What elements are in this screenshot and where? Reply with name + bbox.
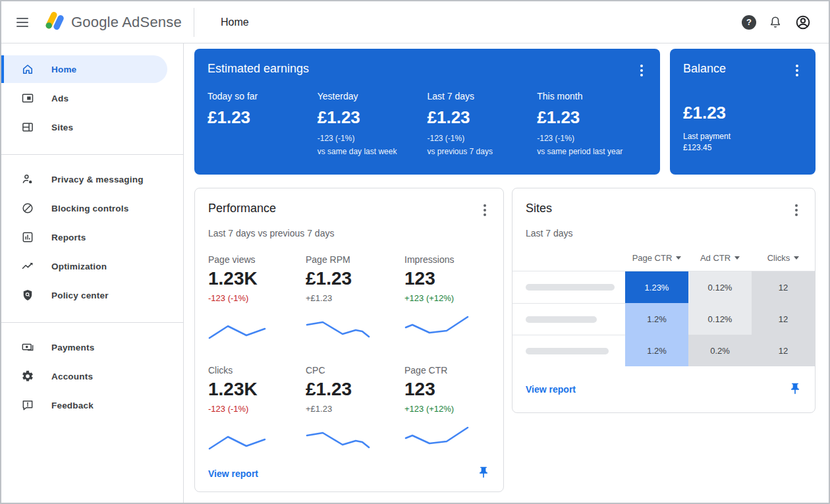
metric-label: Page CTR bbox=[404, 365, 491, 376]
push-pin-icon[interactable] bbox=[788, 382, 802, 397]
metric-delta: -123 (-1%) bbox=[208, 293, 306, 303]
metric-delta: +£1.23 bbox=[306, 404, 404, 414]
earnings-metric-yesterday: Yesterday £1.23 -123 (-1%) vs same day l… bbox=[318, 91, 428, 156]
metric-delta: +123 (+12%) bbox=[404, 404, 491, 414]
sidebar-item-blocking-controls[interactable]: Blocking controls bbox=[1, 194, 183, 222]
balance-card: Balance £1.23 Last payment £123.45 bbox=[670, 49, 816, 175]
metric-delta: -123 (-1%) bbox=[208, 404, 306, 414]
cell-clicks: 12 bbox=[752, 335, 815, 366]
table-row[interactable]: 1.23% 0.12% 12 bbox=[512, 271, 815, 303]
push-pin-icon[interactable] bbox=[477, 466, 490, 481]
metric-label: This month bbox=[537, 91, 647, 101]
block-icon bbox=[21, 202, 34, 215]
sidebar-item-payments[interactable]: Payments bbox=[1, 333, 183, 361]
column-label: Page CTR bbox=[632, 253, 673, 263]
metric-delta: +123 (+12%) bbox=[404, 293, 491, 303]
topbar: Google AdSense Home ? bbox=[1, 1, 829, 43]
sites-title: Sites bbox=[526, 202, 552, 215]
payments-banknote-icon bbox=[21, 341, 34, 354]
sidebar-item-privacy-messaging[interactable]: Privacy & messaging bbox=[1, 165, 183, 193]
site-name-placeholder bbox=[512, 335, 625, 366]
sites-card: Sites Last 7 days Page CTR Ad CTR bbox=[512, 188, 816, 413]
sidebar-item-label: Privacy & messaging bbox=[51, 175, 144, 184]
sites-view-report-link[interactable]: View report bbox=[526, 384, 576, 395]
metric-label: CPC bbox=[306, 365, 404, 376]
metric-value: £1.23 bbox=[537, 107, 647, 128]
kebab-menu-icon[interactable] bbox=[636, 62, 647, 79]
kebab-menu-icon[interactable] bbox=[480, 202, 490, 219]
performance-view-report-link[interactable]: View report bbox=[208, 468, 258, 479]
menu-icon[interactable] bbox=[7, 7, 38, 38]
policy-shield-icon bbox=[21, 289, 34, 302]
earnings-metric-last7days: Last 7 days £1.23 -123 (-1%) vs previous… bbox=[428, 91, 538, 156]
bottom-cards-row: Performance Last 7 days vs previous 7 da… bbox=[194, 188, 816, 492]
kebab-menu-icon[interactable] bbox=[791, 202, 802, 219]
feedback-bubble-icon bbox=[21, 399, 34, 412]
sidebar-item-sites[interactable]: Sites bbox=[1, 113, 183, 141]
sites-table-header: Page CTR Ad CTR Clicks bbox=[512, 245, 815, 271]
balance-title: Balance bbox=[683, 62, 726, 76]
brand: Google AdSense bbox=[42, 10, 182, 35]
metric-label: Clicks bbox=[208, 365, 306, 376]
cell-ad-ctr: 0.2% bbox=[688, 335, 752, 366]
sidebar-item-reports[interactable]: Reports bbox=[1, 223, 183, 251]
sidebar: Home Ads Si bbox=[1, 43, 184, 503]
metric-value: 123 bbox=[404, 268, 491, 289]
cell-page-ctr: 1.2% bbox=[625, 303, 688, 335]
column-header-ad-ctr[interactable]: Ad CTR bbox=[688, 253, 752, 263]
help-icon[interactable]: ? bbox=[742, 15, 756, 30]
table-row[interactable]: 1.2% 0.2% 12 bbox=[512, 335, 815, 366]
cell-page-ctr: 1.2% bbox=[625, 335, 688, 366]
sidebar-item-label: Policy center bbox=[51, 291, 109, 300]
sparkline-chart bbox=[208, 424, 274, 452]
metric-value: £1.23 bbox=[306, 379, 404, 400]
cell-clicks: 12 bbox=[752, 271, 815, 303]
metric-label: Yesterday bbox=[318, 91, 428, 101]
balance-value: £1.23 bbox=[683, 103, 802, 123]
home-icon bbox=[21, 63, 34, 76]
sidebar-item-label: Optimization bbox=[51, 262, 107, 271]
sparkline-chart bbox=[306, 314, 372, 341]
column-header-page-ctr[interactable]: Page CTR bbox=[625, 253, 688, 263]
metric-clicks: Clicks 1.23K -123 (-1%) bbox=[208, 365, 306, 455]
sites-subtitle: Last 7 days bbox=[526, 228, 802, 238]
ads-icon bbox=[21, 92, 34, 105]
metric-value: 123 bbox=[404, 379, 491, 400]
top-cards-row: Estimated earnings Today so far £1.23 Ye… bbox=[194, 49, 816, 175]
sidebar-item-label: Blocking controls bbox=[51, 204, 128, 213]
metric-label: Page RPM bbox=[306, 254, 404, 265]
sidebar-item-feedback[interactable]: Feedback bbox=[1, 391, 183, 419]
column-header-clicks[interactable]: Clicks bbox=[752, 253, 815, 263]
notifications-bell-icon[interactable] bbox=[768, 15, 783, 30]
privacy-person-shield-icon bbox=[21, 173, 34, 186]
sidebar-item-accounts[interactable]: Accounts bbox=[1, 362, 183, 390]
performance-title: Performance bbox=[208, 202, 276, 215]
sidebar-item-label: Ads bbox=[51, 94, 69, 103]
metric-label: Page views bbox=[208, 254, 306, 265]
table-row[interactable]: 1.2% 0.12% 12 bbox=[512, 303, 815, 335]
kebab-menu-icon[interactable] bbox=[792, 62, 802, 79]
topbar-actions: ? bbox=[742, 14, 829, 31]
account-avatar-icon[interactable] bbox=[794, 14, 812, 31]
metric-page-ctr: Page CTR 123 +123 (+12%) bbox=[404, 365, 491, 455]
sidebar-item-home[interactable]: Home bbox=[1, 55, 167, 83]
main-content: Estimated earnings Today so far £1.23 Ye… bbox=[184, 43, 829, 503]
sort-arrow-down-icon bbox=[734, 256, 740, 260]
metric-impressions: Impressions 123 +123 (+12%) bbox=[404, 254, 491, 344]
earnings-metrics: Today so far £1.23 Yesterday £1.23 -123 … bbox=[208, 91, 647, 156]
trending-up-icon bbox=[21, 260, 34, 273]
sidebar-item-optimization[interactable]: Optimization bbox=[1, 252, 183, 280]
metric-page-rpm: Page RPM £1.23 +£1.23 bbox=[306, 254, 404, 344]
site-name-placeholder bbox=[512, 271, 625, 303]
topbar-divider bbox=[194, 8, 194, 37]
sidebar-divider bbox=[1, 322, 183, 323]
metric-delta: -123 (-1%) bbox=[428, 134, 538, 143]
performance-card: Performance Last 7 days vs previous 7 da… bbox=[194, 188, 504, 492]
sidebar-item-ads[interactable]: Ads bbox=[1, 84, 183, 112]
gear-icon bbox=[21, 370, 34, 383]
metric-value: £1.23 bbox=[306, 268, 404, 289]
sidebar-item-policy-center[interactable]: Policy center bbox=[1, 281, 183, 309]
estimated-earnings-card: Estimated earnings Today so far £1.23 Ye… bbox=[194, 49, 660, 175]
last-payment-value: £123.45 bbox=[683, 143, 802, 152]
column-label: Clicks bbox=[767, 253, 790, 263]
